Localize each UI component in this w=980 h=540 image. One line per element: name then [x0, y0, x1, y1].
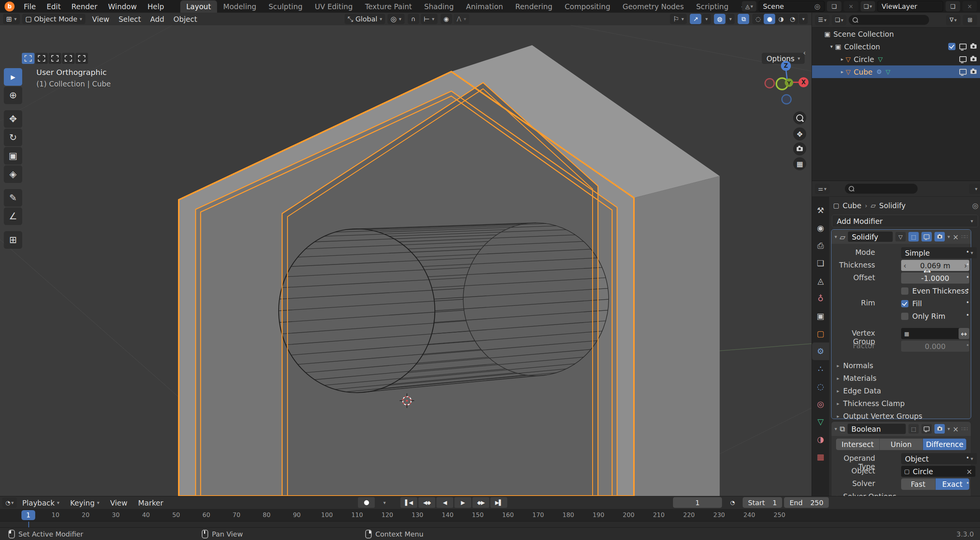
rim-fill-row[interactable]: Fill — [901, 298, 922, 309]
properties-tab-object[interactable]: ▢ — [812, 325, 829, 343]
shading-dropdown[interactable]: ▾ — [799, 14, 808, 24]
tab-geometry-nodes[interactable]: Geometry Nodes — [616, 0, 690, 13]
tool-measure[interactable]: ∠ — [4, 207, 22, 225]
menu-file[interactable]: File — [18, 0, 41, 13]
play-button[interactable]: ▶ — [454, 497, 471, 508]
jump-to-end-button[interactable]: ▶▌ — [490, 497, 507, 508]
disable-in-render-toggle[interactable] — [970, 44, 977, 49]
viewlayer-browse-button[interactable]: ❏▾ — [861, 1, 875, 11]
disclosure-icon[interactable]: ▸ — [839, 56, 846, 62]
collapse-icon[interactable]: ▾ — [835, 234, 837, 240]
collection-checkbox[interactable] — [948, 43, 956, 50]
menu-render[interactable]: Render — [66, 0, 103, 13]
scene-browse-button[interactable]: ◬▾ — [742, 1, 756, 11]
menu-view[interactable]: View — [88, 15, 114, 23]
solver-fast[interactable]: Fast — [901, 478, 936, 490]
hide-in-viewport-toggle[interactable] — [959, 44, 967, 49]
section-materials[interactable]: ▸Materials — [837, 374, 877, 382]
solver-exact[interactable]: Exact — [936, 478, 970, 490]
properties-tab-output[interactable]: ⎙ — [812, 237, 829, 255]
outliner-row-circle[interactable]: ▸▽Circle▽ — [812, 53, 980, 65]
close-icon[interactable]: × — [953, 425, 959, 433]
operation-difference[interactable]: Difference — [923, 439, 966, 450]
properties-tab-material[interactable]: ◑ — [812, 431, 829, 448]
axis-z-ball[interactable]: Z — [781, 61, 791, 71]
properties-tab-collection[interactable]: ▣ — [812, 307, 829, 325]
operation-intersect[interactable]: Intersect — [836, 439, 880, 450]
invert-vertex-group-button[interactable]: ↔ — [959, 328, 969, 339]
collapse-icon[interactable]: ▾ — [835, 426, 837, 432]
ortho-toggle-button[interactable]: ▦ — [793, 157, 806, 170]
tab-rendering[interactable]: Rendering — [509, 0, 559, 13]
timeline-editor-type-button[interactable]: ◔▾ — [2, 498, 17, 508]
camera-view-button[interactable] — [793, 142, 806, 155]
pan-button[interactable]: ✥ — [793, 127, 806, 140]
properties-tab-world[interactable]: ♁ — [812, 290, 829, 307]
properties-search-input[interactable] — [845, 184, 918, 194]
properties-tab-particles[interactable]: ∴ — [812, 360, 829, 378]
menu-object[interactable]: Object — [169, 15, 202, 23]
select-mode-set[interactable] — [22, 53, 34, 64]
properties-tab-physics[interactable]: ◌ — [812, 378, 829, 395]
breadcrumb-modifier[interactable]: Solidify — [879, 201, 906, 210]
menu-window[interactable]: Window — [103, 0, 142, 13]
outliner-row-collection[interactable]: ▾▣Collection — [812, 40, 980, 53]
properties-options-button[interactable]: ▾ — [969, 184, 980, 194]
outliner-row-cube[interactable]: ▸▽Cube⚙▽ — [812, 65, 980, 78]
tab-texture-paint[interactable]: Texture Paint — [359, 0, 418, 13]
section-edge-data[interactable]: ▸Edge Data — [837, 387, 881, 395]
show-object-types-dropdown[interactable]: ⚐▾ — [670, 14, 687, 24]
add-modifier-button[interactable]: Add Modifier▾ — [832, 215, 978, 227]
viewlayer-copy-button[interactable]: ❏ — [946, 1, 960, 11]
show-in-render-toggle[interactable] — [934, 232, 945, 241]
properties-tab-scene[interactable]: ◬ — [812, 272, 829, 290]
tab-sculpting[interactable]: Sculpting — [263, 0, 309, 13]
blender-logo-icon[interactable]: b — [5, 2, 15, 11]
properties-tab-object-data[interactable]: ▽ — [812, 413, 829, 431]
fill-checkbox[interactable] — [901, 300, 908, 307]
properties-tab-render[interactable]: ◉ — [812, 219, 829, 237]
vertex-group-field[interactable]: ▦ — [901, 328, 964, 339]
viewport-3d[interactable]: User Orthographic (1) Collection | Cube … — [0, 25, 812, 496]
keying-dropdown[interactable]: ▾ — [376, 497, 393, 508]
boolean-name-field[interactable]: Boolean — [848, 424, 906, 434]
new-collection-button[interactable]: ⊞ — [963, 15, 977, 25]
menu-edit[interactable]: Edit — [41, 0, 66, 13]
select-mode-subtract[interactable] — [49, 53, 61, 64]
tool-scale[interactable]: ▣ — [4, 147, 22, 165]
boolean-panel-header[interactable]: ▾ ⧉ Boolean ⬚ ▾ × ∷∷ — [831, 422, 971, 436]
snap-settings-dropdown[interactable]: ⊢▾ — [421, 14, 438, 24]
disclosure-icon[interactable]: ▾ — [828, 44, 835, 49]
object-field[interactable]: ▢ Circle × — [901, 466, 975, 477]
tool-add-cube[interactable]: ⊞ — [4, 231, 22, 249]
axis-y-ball[interactable]: Y — [785, 78, 793, 87]
show-in-viewport-toggle[interactable] — [921, 424, 932, 434]
modifier-extras-dropdown[interactable]: ▾ — [947, 234, 950, 240]
thickness-slider[interactable]: ‹ 0.069 m › — [901, 260, 969, 271]
properties-tab-view-layer[interactable]: ❏ — [812, 255, 829, 272]
timeline-ruler[interactable]: 1020304050607080901001101201301401501601… — [0, 509, 980, 522]
outliner-filter-mode-button[interactable]: ❏▾ — [832, 15, 846, 25]
select-mode-extend[interactable] — [35, 53, 48, 64]
menu-view[interactable]: View — [105, 496, 133, 509]
show-in-render-toggle[interactable] — [934, 424, 945, 434]
tab-modeling[interactable]: Modeling — [217, 0, 262, 13]
axis-neg-z-ball[interactable] — [781, 94, 792, 104]
jump-to-start-button[interactable]: ▌◀ — [400, 497, 417, 508]
close-icon[interactable]: × — [953, 233, 959, 241]
shading-material-button[interactable]: ◑ — [775, 14, 787, 24]
tool-rotate[interactable]: ↻ — [4, 129, 22, 146]
properties-tab-texture[interactable]: ▦ — [812, 448, 829, 466]
axis-x-ball[interactable]: X — [799, 77, 808, 87]
show-in-editmode-toggle[interactable]: ⬚ — [908, 232, 919, 241]
prev-keyframe-button[interactable]: ◀◆ — [418, 497, 435, 508]
breadcrumb-object[interactable]: Cube — [843, 201, 861, 210]
shading-solid-button[interactable]: ● — [764, 14, 775, 24]
properties-tab-modifiers[interactable]: ⚙ — [812, 343, 829, 360]
tab-compositing[interactable]: Compositing — [559, 0, 616, 13]
menu-marker[interactable]: Marker — [133, 496, 169, 509]
modifier-extras-dropdown[interactable]: ▾ — [947, 426, 950, 432]
scene-name-field[interactable]: Scene◎ — [759, 1, 825, 12]
shading-rendered-button[interactable]: ◔ — [787, 14, 798, 24]
auto-keying-button[interactable] — [358, 497, 375, 508]
